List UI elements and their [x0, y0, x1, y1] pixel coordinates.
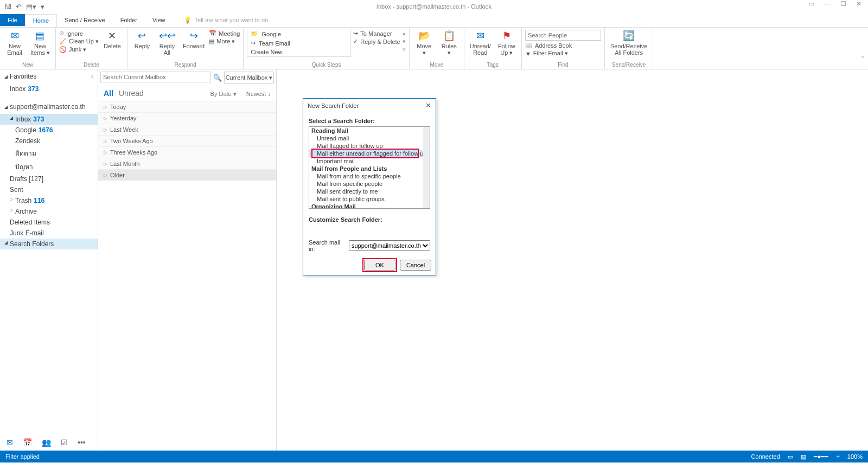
redo-icon[interactable]: ▤▾	[26, 3, 36, 11]
search-scope-dropdown[interactable]: Current Mailbox ▾	[224, 72, 274, 83]
reply-button[interactable]: ↩Reply	[131, 29, 154, 50]
rules-button[interactable]: 📋Rules ▾	[438, 29, 461, 57]
nav-archive[interactable]: ▷Archive	[0, 206, 98, 217]
list-filter-header: All Unread By Date ▾ Newest ↓	[98, 86, 276, 101]
filter-icon: ▼	[525, 50, 531, 57]
nav-sent[interactable]: Sent	[0, 184, 98, 195]
undo-icon[interactable]: ↶	[16, 3, 22, 11]
zoom-slider[interactable]: ━●━━	[814, 453, 829, 460]
dialog-close-icon[interactable]: ✕	[425, 101, 431, 110]
search-mail-in-select[interactable]: support@mailmaster.co.th	[349, 240, 430, 251]
group-three-weeks[interactable]: ▷Three Weeks Ago	[98, 146, 276, 158]
delete-button[interactable]: ✕Delete	[101, 29, 124, 50]
follow-up-button[interactable]: ⚑Follow Up ▾	[495, 29, 518, 57]
group-last-week[interactable]: ▷Last Week	[98, 124, 276, 135]
tab-send-receive[interactable]: Send / Receive	[57, 14, 113, 26]
tab-file[interactable]: File	[0, 14, 25, 26]
opt-from-specific[interactable]: Mail from specific people	[309, 180, 430, 188]
move-button[interactable]: 📂Move ▾	[413, 29, 436, 57]
gallery-down-icon[interactable]: ▾	[403, 38, 406, 45]
forward-icon: ↪	[251, 40, 256, 47]
nav-search-folders[interactable]: ◢Search Folders	[0, 239, 98, 249]
to-manager-button[interactable]: ↪To Manager	[353, 30, 400, 37]
address-book-button[interactable]: 📖Address Book	[525, 42, 601, 49]
nav-drafts[interactable]: Drafts [127]	[0, 174, 98, 184]
send-receive-all-button[interactable]: 🔄Send/Receive All Folders	[608, 29, 650, 57]
gallery-up-icon[interactable]: ▴	[403, 30, 406, 37]
save-icon[interactable]: 🖫	[4, 3, 11, 11]
reply-all-button[interactable]: ↩↩Reply All	[156, 29, 178, 57]
nav-deleted[interactable]: Deleted Items	[0, 217, 98, 228]
minimize-icon[interactable]: —	[824, 0, 831, 8]
triangle-right-icon: ▷	[104, 173, 107, 178]
filter-all[interactable]: All	[104, 89, 113, 98]
nav-trash[interactable]: ▷Trash116	[0, 195, 98, 206]
tell-me-search[interactable]: 💡Tell me what you want to do	[184, 17, 269, 24]
more-respond-button[interactable]: ▤More ▾	[209, 38, 240, 45]
meeting-button[interactable]: 📅Meeting	[209, 30, 240, 37]
opt-public-groups[interactable]: Mail sent to public groups	[309, 195, 430, 203]
opt-important[interactable]: Important mail	[309, 157, 430, 165]
people-view-icon[interactable]: 👥	[42, 438, 51, 447]
gallery-more-icon[interactable]: ▿	[403, 46, 406, 53]
group-two-weeks[interactable]: ▷Two Weeks Ago	[98, 135, 276, 146]
group-last-month[interactable]: ▷Last Month	[98, 158, 276, 169]
cleanup-button[interactable]: 🧹Clean Up ▾	[59, 38, 99, 45]
ribbon-group-respond: ↩Reply ↩↩Reply All ↪Forward 📅Meeting ▤Mo…	[127, 28, 244, 69]
group-yesterday[interactable]: ▷Yesterday	[98, 112, 276, 124]
nav-thai2[interactable]: ปัญหา	[0, 160, 98, 174]
reply-delete-button[interactable]: ✓Reply & Delete	[353, 38, 400, 45]
sort-by-date[interactable]: By Date ▾	[210, 91, 237, 98]
account-header[interactable]: ◢support@mailmaster.co.th	[0, 100, 98, 114]
search-mailbox-input[interactable]	[100, 72, 211, 82]
qat-customize-icon[interactable]: ▾	[41, 3, 44, 11]
unread-read-button[interactable]: ✉Unread/ Read	[468, 29, 493, 57]
ribbon-group-delete: ⊘Ignore 🧹Clean Up ▾ 🚫Junk ▾ ✕Delete Dele…	[56, 28, 127, 69]
search-folder-list[interactable]: Reading Mail Unread mail Mail flagged fo…	[309, 126, 430, 209]
junk-button[interactable]: 🚫Junk ▾	[59, 46, 99, 53]
list-scrollbar[interactable]	[423, 127, 430, 208]
tab-folder[interactable]: Folder	[113, 14, 145, 26]
forward-button[interactable]: ↪Forward	[181, 29, 207, 50]
filter-unread[interactable]: Unread	[119, 89, 144, 98]
nav-thai1[interactable]: ติดตาม	[0, 146, 98, 160]
view-normal-icon[interactable]: ▭	[788, 453, 793, 460]
opt-unread-mail[interactable]: Unread mail	[309, 134, 430, 142]
ignore-button[interactable]: ⊘Ignore	[59, 30, 99, 37]
tasks-view-icon[interactable]: ☑	[61, 438, 68, 447]
tab-home[interactable]: Home	[25, 14, 57, 27]
quick-steps-gallery[interactable]: 📁Google ↪Team Email Create New	[247, 29, 351, 57]
collapse-ribbon-icon[interactable]: ⌃	[860, 55, 865, 61]
nav-google[interactable]: Google1676	[0, 125, 98, 136]
close-icon[interactable]: ✕	[856, 0, 861, 8]
search-people-input[interactable]	[525, 30, 601, 41]
nav-junk[interactable]: Junk E-mail	[0, 228, 98, 239]
cancel-button[interactable]: Cancel	[400, 260, 431, 271]
maximize-icon[interactable]: ☐	[840, 0, 846, 8]
new-email-button[interactable]: ✉New Email	[3, 29, 26, 57]
dialog-titlebar[interactable]: New Search Folder ✕	[303, 99, 436, 112]
calendar-view-icon[interactable]: 📅	[23, 438, 32, 447]
sort-newest[interactable]: Newest ↓	[246, 91, 271, 97]
new-items-button[interactable]: ▤New Items ▾	[28, 29, 52, 57]
nav-zendesk[interactable]: Zendesk	[0, 136, 98, 146]
opt-sent-to-me[interactable]: Mail sent directly to me	[309, 188, 430, 195]
filter-email-button[interactable]: ▼Filter Email ▾	[525, 50, 601, 57]
ribbon-options-icon[interactable]: ▭	[808, 0, 814, 8]
favorites-header[interactable]: ◢Favorites‹	[0, 69, 98, 83]
search-icon[interactable]: 🔍	[213, 74, 222, 82]
view-reading-icon[interactable]: ▤	[801, 453, 806, 460]
category-organizing: Organizing Mail	[309, 203, 430, 209]
group-older[interactable]: ▷Older	[98, 169, 276, 181]
opt-from-to-specific[interactable]: Mail from and to specific people	[309, 172, 430, 180]
junk-icon: 🚫	[59, 46, 67, 53]
more-views-icon[interactable]: •••	[78, 438, 86, 447]
group-today[interactable]: ▷Today	[98, 101, 276, 112]
nav-inbox[interactable]: ◢Inbox373	[0, 114, 98, 125]
mail-view-icon[interactable]: ✉	[7, 438, 13, 447]
triangle-right-icon: ▷	[104, 105, 107, 110]
ignore-icon: ⊘	[59, 30, 64, 37]
chevron-left-icon[interactable]: ‹	[91, 73, 93, 80]
nav-fav-inbox[interactable]: Inbox373	[0, 83, 98, 94]
tab-view[interactable]: View	[145, 14, 173, 26]
